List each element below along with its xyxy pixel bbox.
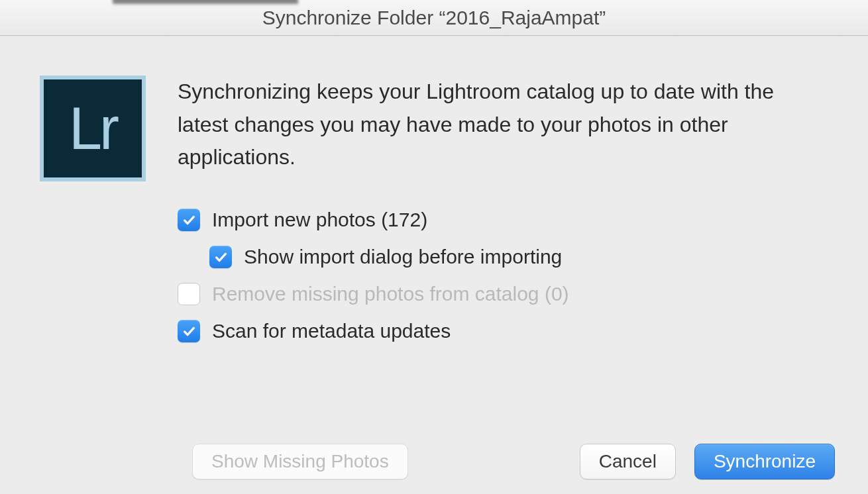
option-import-new-photos[interactable]: Import new photos (172): [178, 209, 841, 231]
option-label: Show import dialog before importing: [244, 246, 562, 268]
dialog-description: Synchronizing keeps your Lightroom catal…: [178, 75, 841, 174]
app-icon-text: Lr: [69, 95, 117, 163]
button-label: Show Missing Photos: [211, 451, 389, 472]
titlebar: Synchronize Folder “2016_RajaAmpat”: [0, 0, 868, 36]
button-label: Synchronize: [714, 451, 816, 472]
checkbox-import-new[interactable]: [178, 209, 200, 231]
dialog-title: Synchronize Folder “2016_RajaAmpat”: [262, 7, 606, 29]
options-group: Import new photos (172) Show import dial…: [178, 209, 841, 342]
option-label: Scan for metadata updates: [212, 320, 451, 342]
checkbox-scan-metadata[interactable]: [178, 320, 200, 342]
option-show-import-dialog[interactable]: Show import dialog before importing: [178, 246, 841, 268]
icon-column: Lr: [40, 75, 146, 342]
checkmark-icon: [182, 213, 196, 227]
body-column: Synchronizing keeps your Lightroom catal…: [178, 75, 841, 342]
option-scan-metadata[interactable]: Scan for metadata updates: [178, 320, 841, 342]
button-label: Cancel: [599, 451, 657, 472]
dialog-content: Lr Synchronizing keeps your Lightroom ca…: [0, 36, 868, 342]
background-window-fragment: [113, 0, 298, 4]
cancel-button[interactable]: Cancel: [580, 444, 676, 479]
button-row: Show Missing Photos Cancel Synchronize: [0, 444, 868, 479]
option-label: Import new photos (172): [212, 209, 427, 231]
option-remove-missing-photos: Remove missing photos from catalog (0): [178, 283, 841, 305]
checkmark-icon: [182, 324, 196, 338]
checkmark-icon: [213, 250, 228, 264]
checkbox-remove-missing: [178, 283, 200, 305]
checkbox-show-dialog[interactable]: [209, 246, 232, 268]
option-label: Remove missing photos from catalog (0): [212, 283, 569, 305]
lightroom-app-icon: Lr: [40, 75, 146, 181]
show-missing-photos-button: Show Missing Photos: [192, 444, 408, 479]
synchronize-button[interactable]: Synchronize: [694, 444, 835, 479]
